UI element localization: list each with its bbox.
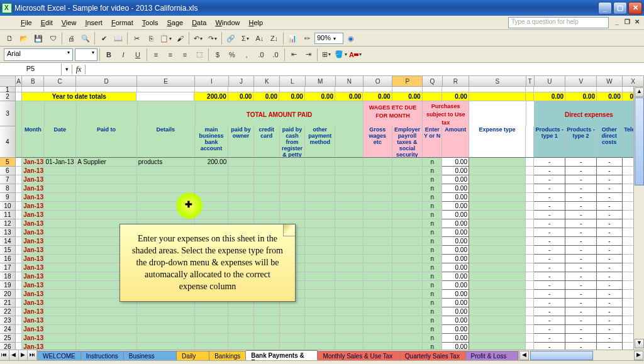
prod1-cell[interactable]: -	[534, 281, 565, 290]
yn-cell[interactable]: n	[423, 228, 443, 237]
sheet-tab-welcome[interactable]: WELCOME	[38, 351, 81, 360]
bank-cell[interactable]	[195, 343, 229, 350]
yn-cell[interactable]: n	[423, 202, 443, 211]
amount-cell[interactable]: 0.00	[442, 219, 469, 228]
paidto-cell[interactable]	[76, 325, 137, 334]
cell[interactable]	[16, 272, 22, 281]
cell[interactable]	[44, 87, 76, 92]
spelling-icon[interactable]: ✔	[97, 31, 111, 45]
bank-cell[interactable]	[195, 193, 229, 202]
cell[interactable]	[305, 290, 335, 299]
cell[interactable]	[392, 263, 423, 272]
paidto-cell[interactable]	[76, 184, 137, 193]
cell[interactable]	[254, 325, 280, 334]
cell[interactable]	[228, 184, 254, 193]
amount-cell[interactable]: 0.00	[442, 246, 469, 255]
increase-decimal-button[interactable]: .0	[254, 48, 268, 62]
date-cell[interactable]	[44, 290, 76, 299]
yn-cell[interactable]: n	[423, 175, 443, 184]
amount-cell[interactable]: 0.00	[442, 184, 469, 193]
cell[interactable]	[469, 299, 526, 307]
cell[interactable]	[22, 101, 44, 130]
month-cell[interactable]: Jan-13	[22, 184, 44, 193]
row-header-17[interactable]: 17	[0, 263, 16, 272]
amount-cell[interactable]: 0.00	[442, 175, 469, 184]
prod2-cell[interactable]: -	[565, 167, 597, 175]
prod2-cell[interactable]: -	[565, 202, 597, 211]
othdir-cell[interactable]: -	[597, 343, 623, 350]
othdir-cell[interactable]: -	[597, 193, 623, 202]
details-cell[interactable]: products	[137, 158, 195, 167]
drawing-icon[interactable]: ✏	[300, 31, 314, 45]
row-header-21[interactable]: 21	[0, 299, 16, 307]
cell[interactable]	[469, 193, 526, 202]
col-label-10[interactable]	[335, 126, 363, 158]
cell[interactable]	[228, 316, 254, 325]
cell[interactable]	[280, 202, 306, 211]
row-header-18[interactable]: 18	[0, 272, 16, 281]
paidto-cell[interactable]: A Supplier	[76, 158, 137, 167]
cell[interactable]	[526, 255, 534, 263]
underline-button[interactable]: U	[131, 48, 145, 62]
date-cell[interactable]	[44, 175, 76, 184]
cell[interactable]	[16, 175, 22, 184]
cell[interactable]	[335, 219, 363, 228]
bank-cell[interactable]: 200.00	[195, 158, 229, 167]
cell[interactable]	[364, 246, 392, 255]
vertical-scrollbar[interactable]: ▲ ▼	[633, 87, 644, 350]
cell[interactable]	[526, 343, 534, 350]
date-cell[interactable]	[44, 184, 76, 193]
details-cell[interactable]	[137, 167, 195, 175]
month-cell[interactable]: Jan-13	[22, 237, 44, 246]
cell[interactable]	[469, 255, 526, 263]
yn-cell[interactable]: n	[423, 167, 443, 175]
percent-button[interactable]: %	[225, 48, 239, 62]
othdir-cell[interactable]: -	[597, 299, 623, 307]
cell[interactable]	[16, 325, 22, 334]
cell[interactable]	[280, 307, 306, 316]
date-cell[interactable]	[44, 246, 76, 255]
prod1-cell[interactable]: -	[534, 219, 565, 228]
col-header-C[interactable]: C	[44, 76, 76, 86]
chart-icon[interactable]: 📊	[286, 31, 299, 45]
cell[interactable]	[469, 307, 526, 316]
date-cell[interactable]	[44, 343, 76, 350]
scroll-down-button[interactable]: ▼	[635, 339, 644, 348]
zoom-input[interactable]: 90% ▾	[314, 33, 343, 44]
row-header-9[interactable]: 9	[0, 193, 16, 202]
date-cell[interactable]	[44, 263, 76, 272]
cell[interactable]	[335, 343, 363, 350]
cell[interactable]	[364, 87, 392, 92]
cell[interactable]	[442, 87, 469, 92]
cell[interactable]	[16, 167, 22, 175]
menu-data[interactable]: Data	[187, 17, 211, 28]
cell[interactable]	[526, 334, 534, 343]
paidto-cell[interactable]	[76, 202, 137, 211]
align-left-button[interactable]: ≡	[149, 48, 163, 62]
date-cell[interactable]	[44, 255, 76, 263]
cell[interactable]	[305, 193, 335, 202]
decrease-indent-button[interactable]: ⇤	[287, 48, 301, 62]
prod2-cell[interactable]: -	[565, 343, 597, 350]
cell[interactable]	[364, 307, 392, 316]
othdir-cell[interactable]: -	[597, 263, 623, 272]
cell[interactable]	[526, 158, 534, 167]
cell[interactable]	[364, 272, 392, 281]
cell[interactable]	[254, 193, 280, 202]
cell[interactable]	[364, 219, 392, 228]
row-header-8[interactable]: 8	[0, 184, 16, 193]
cell[interactable]	[16, 343, 22, 350]
tab-last-button[interactable]: ⏭	[28, 350, 37, 360]
cell[interactable]	[254, 175, 280, 184]
col-header-I[interactable]: I	[195, 76, 229, 86]
cell[interactable]	[364, 263, 392, 272]
cell[interactable]	[16, 193, 22, 202]
date-cell[interactable]	[44, 193, 76, 202]
prod1-cell[interactable]: -	[534, 158, 565, 167]
othdir-cell[interactable]: -	[597, 307, 623, 316]
col-label-prod2[interactable]: Products - type 2	[565, 126, 597, 158]
yn-cell[interactable]: n	[423, 281, 443, 290]
cell[interactable]	[16, 307, 22, 316]
col-header-A[interactable]: A	[16, 76, 22, 86]
date-cell[interactable]	[44, 316, 76, 325]
